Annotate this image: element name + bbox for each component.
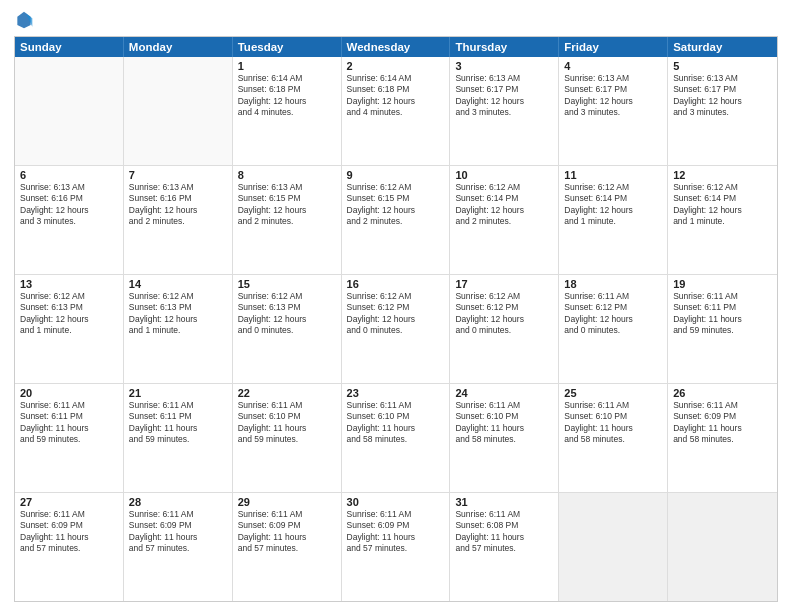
day-number: 27 <box>20 496 118 508</box>
calendar-row-3: 20Sunrise: 6:11 AMSunset: 6:11 PMDayligh… <box>15 384 777 493</box>
day-number: 13 <box>20 278 118 290</box>
day-number: 7 <box>129 169 227 181</box>
day-number: 25 <box>564 387 662 399</box>
cell-line: Sunrise: 6:11 AM <box>564 400 662 411</box>
cell-line: Sunrise: 6:12 AM <box>347 291 445 302</box>
cal-cell-r3-c6: 26Sunrise: 6:11 AMSunset: 6:09 PMDayligh… <box>668 384 777 492</box>
cal-cell-r4-c5 <box>559 493 668 601</box>
cell-line: Sunrise: 6:14 AM <box>347 73 445 84</box>
weekday-header-wednesday: Wednesday <box>342 37 451 57</box>
weekday-header-sunday: Sunday <box>15 37 124 57</box>
cell-line: and 2 minutes. <box>347 216 445 227</box>
day-number: 16 <box>347 278 445 290</box>
day-number: 19 <box>673 278 772 290</box>
calendar-row-2: 13Sunrise: 6:12 AMSunset: 6:13 PMDayligh… <box>15 275 777 384</box>
cell-line: and 2 minutes. <box>129 216 227 227</box>
cell-line: and 57 minutes. <box>455 543 553 554</box>
day-number: 18 <box>564 278 662 290</box>
cal-cell-r4-c3: 30Sunrise: 6:11 AMSunset: 6:09 PMDayligh… <box>342 493 451 601</box>
cell-line: and 1 minute. <box>129 325 227 336</box>
header <box>14 10 778 30</box>
page: SundayMondayTuesdayWednesdayThursdayFrid… <box>0 0 792 612</box>
calendar: SundayMondayTuesdayWednesdayThursdayFrid… <box>14 36 778 602</box>
cell-line: Sunrise: 6:13 AM <box>129 182 227 193</box>
cell-line: and 3 minutes. <box>20 216 118 227</box>
cell-line: Sunrise: 6:11 AM <box>20 400 118 411</box>
cell-line: Sunset: 6:13 PM <box>238 302 336 313</box>
calendar-header: SundayMondayTuesdayWednesdayThursdayFrid… <box>15 37 777 57</box>
cal-cell-r0-c6: 5Sunrise: 6:13 AMSunset: 6:17 PMDaylight… <box>668 57 777 165</box>
cell-line: Sunrise: 6:11 AM <box>673 291 772 302</box>
day-number: 3 <box>455 60 553 72</box>
cell-line: and 58 minutes. <box>347 434 445 445</box>
cal-cell-r3-c0: 20Sunrise: 6:11 AMSunset: 6:11 PMDayligh… <box>15 384 124 492</box>
day-number: 21 <box>129 387 227 399</box>
cell-line: Daylight: 11 hours <box>564 423 662 434</box>
cell-line: Sunrise: 6:13 AM <box>673 73 772 84</box>
day-number: 1 <box>238 60 336 72</box>
cell-line: Sunset: 6:09 PM <box>20 520 118 531</box>
logo-icon <box>14 10 34 30</box>
cell-line: Sunset: 6:14 PM <box>673 193 772 204</box>
cell-line: Daylight: 11 hours <box>455 423 553 434</box>
cal-cell-r1-c2: 8Sunrise: 6:13 AMSunset: 6:15 PMDaylight… <box>233 166 342 274</box>
cell-line: Sunset: 6:13 PM <box>129 302 227 313</box>
cal-cell-r2-c0: 13Sunrise: 6:12 AMSunset: 6:13 PMDayligh… <box>15 275 124 383</box>
cell-line: Sunset: 6:12 PM <box>455 302 553 313</box>
cell-line: and 2 minutes. <box>455 216 553 227</box>
cell-line: and 2 minutes. <box>238 216 336 227</box>
cell-line: Daylight: 12 hours <box>564 205 662 216</box>
day-number: 23 <box>347 387 445 399</box>
cell-line: Sunset: 6:14 PM <box>564 193 662 204</box>
cell-line: Daylight: 12 hours <box>455 96 553 107</box>
cell-line: Sunset: 6:08 PM <box>455 520 553 531</box>
cell-line: Daylight: 11 hours <box>129 532 227 543</box>
cell-line: Daylight: 11 hours <box>347 423 445 434</box>
cell-line: Daylight: 12 hours <box>564 96 662 107</box>
cell-line: Sunset: 6:09 PM <box>673 411 772 422</box>
cell-line: Daylight: 12 hours <box>455 314 553 325</box>
cell-line: and 1 minute. <box>673 216 772 227</box>
cell-line: Daylight: 12 hours <box>238 314 336 325</box>
cell-line: Daylight: 12 hours <box>347 314 445 325</box>
cell-line: Sunrise: 6:12 AM <box>238 291 336 302</box>
cell-line: Sunrise: 6:11 AM <box>129 509 227 520</box>
cell-line: Sunrise: 6:13 AM <box>564 73 662 84</box>
cell-line: Sunrise: 6:11 AM <box>129 400 227 411</box>
day-number: 24 <box>455 387 553 399</box>
calendar-row-4: 27Sunrise: 6:11 AMSunset: 6:09 PMDayligh… <box>15 493 777 601</box>
cell-line: and 3 minutes. <box>455 107 553 118</box>
cal-cell-r4-c1: 28Sunrise: 6:11 AMSunset: 6:09 PMDayligh… <box>124 493 233 601</box>
cell-line: Sunset: 6:15 PM <box>238 193 336 204</box>
cell-line: Sunrise: 6:12 AM <box>455 291 553 302</box>
cell-line: Sunset: 6:10 PM <box>564 411 662 422</box>
cell-line: Daylight: 12 hours <box>347 205 445 216</box>
cell-line: Daylight: 11 hours <box>673 423 772 434</box>
cal-cell-r1-c0: 6Sunrise: 6:13 AMSunset: 6:16 PMDaylight… <box>15 166 124 274</box>
cal-cell-r3-c3: 23Sunrise: 6:11 AMSunset: 6:10 PMDayligh… <box>342 384 451 492</box>
cell-line: and 0 minutes. <box>564 325 662 336</box>
cell-line: Sunrise: 6:11 AM <box>455 400 553 411</box>
cell-line: and 1 minute. <box>20 325 118 336</box>
cell-line: Sunrise: 6:11 AM <box>673 400 772 411</box>
cell-line: Daylight: 11 hours <box>20 423 118 434</box>
cell-line: Sunset: 6:11 PM <box>673 302 772 313</box>
cell-line: and 57 minutes. <box>129 543 227 554</box>
cal-cell-r4-c0: 27Sunrise: 6:11 AMSunset: 6:09 PMDayligh… <box>15 493 124 601</box>
day-number: 8 <box>238 169 336 181</box>
cell-line: Daylight: 12 hours <box>20 314 118 325</box>
cell-line: Daylight: 11 hours <box>238 532 336 543</box>
cell-line: and 57 minutes. <box>347 543 445 554</box>
day-number: 17 <box>455 278 553 290</box>
cell-line: Sunrise: 6:11 AM <box>238 400 336 411</box>
cell-line: Sunset: 6:11 PM <box>129 411 227 422</box>
day-number: 11 <box>564 169 662 181</box>
cell-line: Sunrise: 6:13 AM <box>20 182 118 193</box>
cell-line: Daylight: 11 hours <box>673 314 772 325</box>
cal-cell-r2-c6: 19Sunrise: 6:11 AMSunset: 6:11 PMDayligh… <box>668 275 777 383</box>
cell-line: Sunrise: 6:13 AM <box>238 182 336 193</box>
day-number: 30 <box>347 496 445 508</box>
cal-cell-r1-c4: 10Sunrise: 6:12 AMSunset: 6:14 PMDayligh… <box>450 166 559 274</box>
cell-line: Sunrise: 6:11 AM <box>347 400 445 411</box>
weekday-header-saturday: Saturday <box>668 37 777 57</box>
